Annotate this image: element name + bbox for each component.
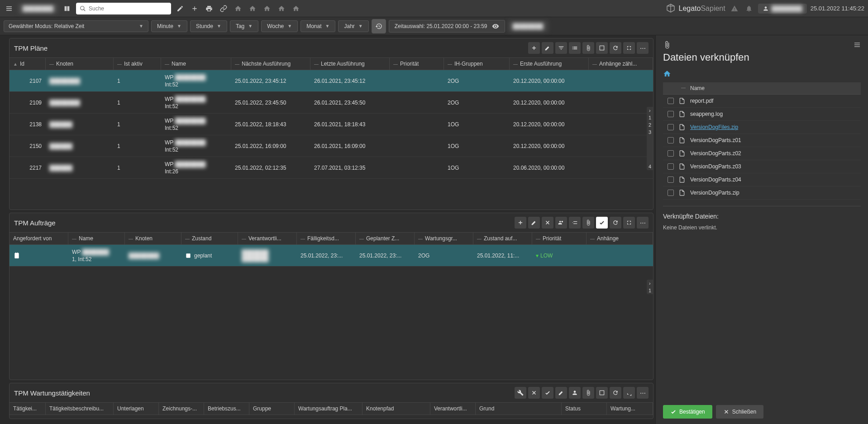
attach-button[interactable] [582, 217, 594, 229]
filter-button[interactable] [555, 42, 567, 54]
checkbox[interactable] [668, 150, 674, 157]
file-name: VersionDogParts.z03 [690, 163, 741, 170]
attach-icon[interactable] [663, 41, 671, 49]
action-blur[interactable]: ████████ [508, 20, 548, 32]
right-title: Dateien verknüpfen [663, 52, 861, 63]
table-row[interactable]: 2107 ████████ 1 WP ████████Int:52 25.01.… [10, 70, 653, 92]
print-icon[interactable] [204, 3, 215, 14]
panel-tpm-plaene: TPM Pläne ⋯ ▲Id —Knoten —Ist ak [9, 38, 653, 210]
table-row[interactable]: 2150 ██████ 1 WP ████████Int:52 25.01.20… [10, 135, 653, 157]
panel-title: TPM Pläne [14, 44, 525, 52]
edit-button[interactable] [555, 387, 567, 399]
refresh-button[interactable] [610, 387, 621, 399]
checkbox[interactable] [668, 124, 674, 130]
expand-button[interactable] [596, 387, 608, 399]
list-button[interactable] [569, 42, 581, 54]
more-button[interactable]: ⋯ [637, 387, 649, 399]
link-icon[interactable] [218, 3, 229, 14]
wrench-button[interactable] [515, 387, 526, 399]
fullscreen-button[interactable] [623, 387, 635, 399]
unit-woche[interactable]: Woche▼ [261, 20, 298, 32]
home-icon-4[interactable] [276, 3, 287, 14]
refresh-button[interactable] [610, 42, 621, 54]
checkbox[interactable] [668, 176, 674, 183]
home-icon-2[interactable] [247, 3, 258, 14]
home-icon-5[interactable] [291, 3, 301, 14]
more-button[interactable]: ⋯ [637, 42, 649, 54]
refresh-button[interactable] [610, 217, 621, 229]
unit-minute[interactable]: Minute▼ [151, 20, 187, 32]
file-row[interactable]: VersionDogParts.z02 [663, 147, 861, 160]
attach-button[interactable] [582, 42, 594, 54]
search-input[interactable] [89, 5, 167, 12]
file-row[interactable]: seappeng.log [663, 108, 861, 121]
user-menu[interactable]: ████████ [18, 4, 58, 14]
svg-rect-2 [186, 253, 190, 257]
close-button[interactable] [542, 217, 553, 229]
search-icon [80, 5, 86, 12]
persons-button[interactable] [555, 217, 567, 229]
table-row[interactable]: WP ███████1, Int:52 ████████ geplant ███… [10, 245, 653, 267]
user-chip[interactable]: ████████ [758, 4, 807, 14]
home-icon[interactable] [233, 3, 243, 14]
expand-button[interactable] [596, 42, 608, 54]
fullscreen-button[interactable] [623, 217, 635, 229]
home-icon[interactable] [663, 70, 861, 78]
file-row[interactable]: VersionDogParts.zip [663, 186, 861, 200]
file-row[interactable]: VersionDogParts.z04 [663, 173, 861, 186]
add-button[interactable] [528, 42, 540, 54]
checkbox[interactable] [668, 98, 674, 104]
more-button[interactable]: ⋯ [637, 217, 649, 229]
home-icon-3[interactable] [262, 3, 272, 14]
close-button[interactable]: Schließen [716, 405, 763, 419]
mode-dropdown[interactable]: Gewählter Modus: Relative Zeit▼ [4, 20, 148, 32]
time-range[interactable]: Zeitauswahl: 25.01.2022 00:00 - 23:59 [389, 20, 505, 33]
confirm-button[interactable]: Bestätigen [663, 405, 712, 419]
list-button[interactable] [569, 217, 581, 229]
table-row[interactable]: 2138 ██████ 1 WP ████████Int:52 25.01.20… [10, 114, 653, 135]
pager[interactable]: ›1 [647, 280, 653, 294]
add-button[interactable] [515, 217, 526, 229]
file-name: report.pdf [690, 98, 713, 104]
edit-icon[interactable] [175, 3, 186, 14]
file-row[interactable]: VersionDogFiles.zip [663, 121, 861, 134]
add-icon[interactable] [189, 3, 200, 14]
file-name[interactable]: VersionDogFiles.zip [690, 124, 738, 130]
attach-button[interactable] [582, 387, 594, 399]
edit-button[interactable] [528, 217, 540, 229]
close-button[interactable] [528, 387, 540, 399]
book-icon[interactable] [62, 3, 72, 14]
person-button[interactable] [569, 387, 581, 399]
unit-tag[interactable]: Tag▼ [230, 20, 258, 32]
check-button[interactable] [596, 217, 608, 229]
file-icon [678, 150, 686, 157]
unit-monat[interactable]: Monat▼ [300, 20, 335, 32]
menu-icon[interactable] [4, 3, 14, 14]
bell-icon[interactable] [744, 3, 754, 14]
pager[interactable]: ›123 4 [647, 107, 653, 170]
file-row[interactable]: VersionDogParts.z03 [663, 160, 861, 173]
no-linked-files: Keine Dateien verlinkt. [663, 224, 861, 231]
panel-menu-icon[interactable] [854, 41, 861, 48]
file-row[interactable]: report.pdf [663, 95, 861, 108]
checkbox[interactable] [668, 111, 674, 117]
check-button[interactable] [542, 387, 553, 399]
file-name: VersionDogParts.z04 [690, 176, 741, 183]
svg-rect-1 [600, 46, 604, 50]
table-row[interactable]: 2217 ██████ 1 WP ████████Int:26 25.01.20… [10, 157, 653, 179]
edit-button[interactable] [542, 42, 553, 54]
fullscreen-button[interactable] [623, 42, 635, 54]
file-table-header: — Name [663, 82, 861, 95]
history-icon[interactable] [372, 19, 386, 33]
checkbox[interactable] [668, 137, 674, 143]
checkbox[interactable] [668, 190, 674, 196]
search-box[interactable] [76, 3, 171, 14]
warning-icon[interactable] [729, 3, 740, 14]
file-row[interactable]: VersionDogParts.z01 [663, 134, 861, 147]
table-row[interactable]: 2109 ████████ 1 WP ████████Int:52 25.01.… [10, 92, 653, 114]
unit-jahr[interactable]: Jahr▼ [338, 20, 368, 32]
linked-files-title: Verknüpfte Dateien: [663, 213, 861, 220]
file-icon [678, 110, 686, 118]
checkbox[interactable] [668, 163, 674, 170]
unit-stunde[interactable]: Stunde▼ [190, 20, 227, 32]
